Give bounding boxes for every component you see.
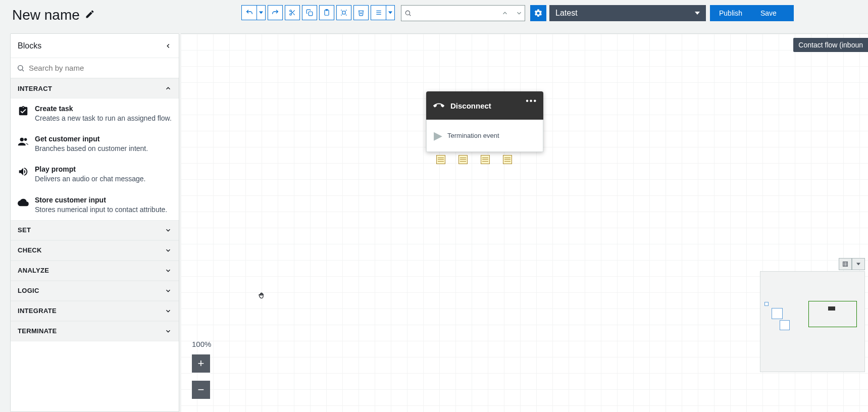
save-button[interactable]: Save xyxy=(751,5,786,21)
chevron-down-icon xyxy=(165,227,172,234)
clipboard-check-icon xyxy=(18,106,29,117)
arrange-dropdown[interactable] xyxy=(386,5,395,20)
svg-line-15 xyxy=(22,70,24,71)
chevron-down-icon xyxy=(165,287,172,294)
paste-button[interactable] xyxy=(319,5,334,20)
version-label: Latest xyxy=(555,9,578,18)
chevron-down-icon xyxy=(165,328,172,335)
node-menu-button[interactable]: ••• xyxy=(526,96,537,106)
search-next-button[interactable] xyxy=(512,5,526,21)
volume-icon xyxy=(18,166,29,177)
svg-rect-18 xyxy=(843,262,848,267)
minimap-dropdown[interactable] xyxy=(852,258,865,270)
flow-title: New name xyxy=(12,7,80,23)
section-check[interactable]: CHECK xyxy=(11,240,179,261)
cut-button[interactable] xyxy=(285,5,300,20)
annotation-icon[interactable] xyxy=(458,155,468,164)
section-set[interactable]: SET xyxy=(11,220,179,240)
block-store-customer-input[interactable]: Store customer input Stores numerical in… xyxy=(11,190,179,220)
annotation-icon[interactable] xyxy=(436,155,445,164)
version-select[interactable]: Latest xyxy=(549,5,706,21)
edit-title-icon[interactable] xyxy=(85,9,95,21)
collapse-panel-button[interactable] xyxy=(165,42,172,49)
section-analyze[interactable]: ANALYZE xyxy=(11,261,179,281)
search-prev-button[interactable] xyxy=(498,5,512,21)
zoom-in-button[interactable]: + xyxy=(192,354,210,373)
svg-point-1 xyxy=(290,14,292,16)
blocks-panel-title: Blocks xyxy=(18,41,41,50)
svg-point-0 xyxy=(290,10,292,12)
svg-point-16 xyxy=(20,138,24,141)
redo-button[interactable] xyxy=(268,5,283,20)
svg-rect-8 xyxy=(342,11,345,14)
block-get-customer-input[interactable]: Get customer input Branches based on cus… xyxy=(11,129,179,159)
chevron-down-icon xyxy=(695,11,700,16)
input-port-icon[interactable]: ▶ xyxy=(434,129,442,142)
undo-dropdown[interactable] xyxy=(257,5,266,20)
save-dropdown[interactable] xyxy=(784,5,794,21)
cursor-indicator xyxy=(258,291,267,302)
block-create-task[interactable]: Create task Creates a new task to run an… xyxy=(11,98,179,129)
chevron-down-icon xyxy=(165,307,172,315)
zoom-out-button[interactable]: − xyxy=(192,381,210,399)
search-icon xyxy=(404,10,412,17)
disconnect-icon xyxy=(433,100,444,111)
undo-button[interactable] xyxy=(241,5,257,20)
settings-button[interactable] xyxy=(530,5,546,21)
block-play-prompt[interactable]: Play prompt Delivers an audio or chat me… xyxy=(11,159,179,189)
minimap-viewport[interactable] xyxy=(808,301,857,327)
publish-button[interactable]: Publish xyxy=(710,5,751,21)
zoom-level: 100% xyxy=(192,340,211,348)
flow-canvas[interactable]: Contact flow (inboun Disconnect ••• ▶ Te… xyxy=(181,33,868,412)
chevron-up-icon xyxy=(165,85,172,92)
section-interact[interactable]: INTERACT xyxy=(11,78,179,98)
section-terminate[interactable]: TERMINATE xyxy=(11,321,179,341)
delete-button[interactable] xyxy=(353,5,369,20)
annotation-icon[interactable] xyxy=(481,155,490,164)
annotation-icon[interactable] xyxy=(503,155,512,164)
blocks-panel: Blocks INTERACT Create task Creates a ne… xyxy=(10,33,179,412)
node-title: Disconnect xyxy=(450,101,491,110)
svg-line-13 xyxy=(410,15,411,16)
section-integrate[interactable]: INTEGRATE xyxy=(11,301,179,321)
fit-view-button[interactable] xyxy=(839,258,852,270)
node-output-label: Termination event xyxy=(447,132,499,139)
svg-point-12 xyxy=(405,11,410,15)
select-all-button[interactable] xyxy=(336,5,351,20)
flow-type-badge: Contact flow (inboun xyxy=(793,38,868,52)
blocks-search-input[interactable] xyxy=(29,64,173,72)
svg-line-3 xyxy=(293,13,294,15)
minimap[interactable] xyxy=(760,271,865,372)
svg-point-14 xyxy=(18,65,23,70)
svg-line-4 xyxy=(291,12,292,13)
arrange-button[interactable] xyxy=(371,5,386,20)
copy-button[interactable] xyxy=(302,5,317,20)
cloud-icon xyxy=(18,197,29,208)
section-logic[interactable]: LOGIC xyxy=(11,281,179,301)
svg-rect-5 xyxy=(309,12,313,16)
chevron-down-icon xyxy=(165,247,172,254)
people-icon xyxy=(18,136,29,147)
node-disconnect[interactable]: Disconnect ••• ▶ Termination event xyxy=(426,91,543,152)
search-icon xyxy=(17,64,25,72)
svg-point-17 xyxy=(24,138,27,141)
chevron-down-icon xyxy=(165,267,172,274)
